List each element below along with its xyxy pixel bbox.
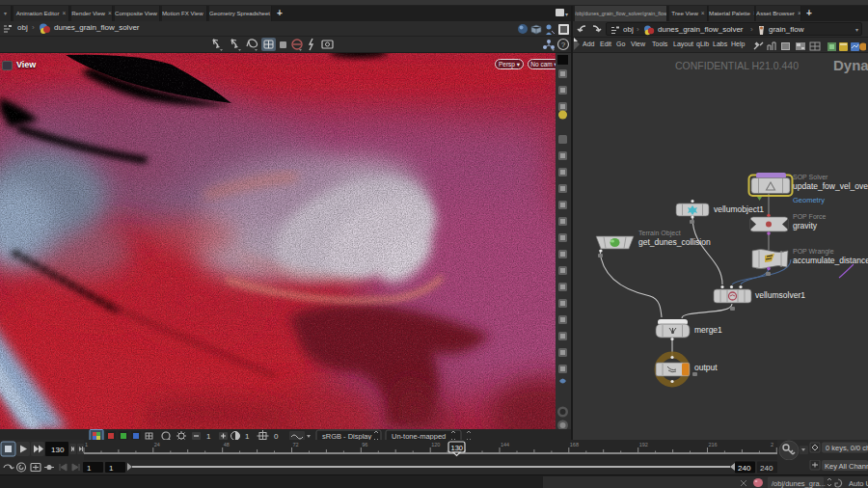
svg-text:192: 192 bbox=[639, 442, 648, 447]
svg-text:130: 130 bbox=[451, 444, 464, 452]
svg-text:72: 72 bbox=[293, 442, 299, 447]
svg-text:24: 24 bbox=[154, 442, 160, 447]
svg-text:96: 96 bbox=[362, 442, 367, 447]
svg-text:120: 120 bbox=[431, 442, 440, 447]
svg-text:2: 2 bbox=[771, 442, 773, 447]
svg-text:Key All Channels: Key All Channels bbox=[825, 462, 868, 471]
svg-text:216: 216 bbox=[709, 442, 718, 447]
svg-text:130: 130 bbox=[51, 446, 65, 454]
svg-text:240: 240 bbox=[738, 464, 751, 473]
svg-text:240: 240 bbox=[760, 464, 773, 473]
svg-text:Auto Up: Auto Up bbox=[849, 479, 868, 488]
svg-text:1: 1 bbox=[109, 464, 114, 473]
svg-text:1: 1 bbox=[85, 442, 88, 447]
svg-text:/obj/dunes_gra...: /obj/dunes_gra... bbox=[772, 479, 826, 488]
svg-text:?: ? bbox=[561, 41, 566, 49]
svg-text:144: 144 bbox=[501, 442, 509, 447]
svg-text:1: 1 bbox=[87, 464, 92, 473]
svg-text:0 keys, 0/0 chan: 0 keys, 0/0 chan bbox=[826, 444, 868, 452]
svg-text:48: 48 bbox=[224, 442, 230, 447]
svg-text:168: 168 bbox=[570, 442, 579, 447]
